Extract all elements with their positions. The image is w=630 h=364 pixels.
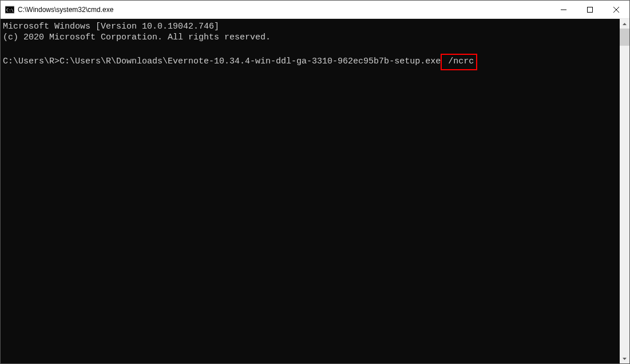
close-button[interactable] [603, 1, 629, 18]
scroll-down-arrow[interactable] [620, 354, 629, 363]
svg-rect-3 [588, 7, 593, 12]
version-line: Microsoft Windows [Version 10.0.19042.74… [3, 22, 219, 31]
svg-text:C:\: C:\ [6, 8, 14, 13]
svg-marker-6 [623, 23, 627, 25]
minimize-button[interactable] [550, 1, 577, 18]
svg-marker-7 [623, 358, 627, 360]
maximize-button[interactable] [577, 1, 603, 18]
window-title: C:\Windows\system32\cmd.exe [18, 6, 113, 14]
scroll-track[interactable] [620, 29, 629, 354]
command-text: C:\Users\R\Downloads\Evernote-10.34.4-wi… [60, 57, 441, 66]
console-area: Microsoft Windows [Version 10.0.19042.74… [1, 19, 629, 363]
highlighted-flag: /ncrc [441, 54, 477, 70]
vertical-scrollbar[interactable] [620, 19, 629, 363]
cmd-icon: C:\ [5, 5, 14, 14]
prompt: C:\Users\R> [3, 57, 60, 66]
scroll-up-arrow[interactable] [620, 19, 629, 29]
ncrc-flag: /ncrc [448, 57, 474, 66]
cmd-window: C:\ C:\Windows\system32\cmd.exe Microsof… [0, 0, 630, 364]
titlebar-left: C:\ C:\Windows\system32\cmd.exe [1, 5, 113, 14]
scroll-thumb[interactable] [620, 29, 629, 46]
console-output[interactable]: Microsoft Windows [Version 10.0.19042.74… [1, 19, 620, 363]
titlebar: C:\ C:\Windows\system32\cmd.exe [1, 1, 629, 19]
copyright-line: (c) 2020 Microsoft Corporation. All righ… [3, 33, 271, 42]
window-controls [550, 1, 629, 18]
